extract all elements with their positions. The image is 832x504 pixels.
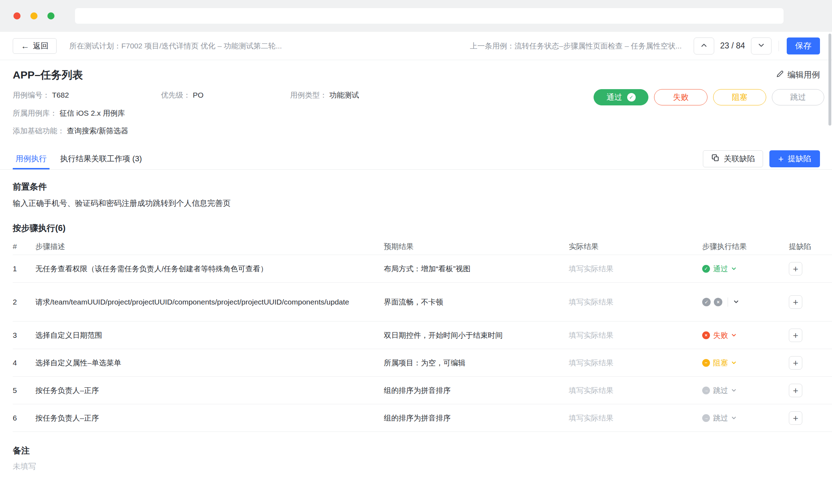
step-actual-result-input[interactable]: 填写实际结果 bbox=[569, 412, 702, 424]
add-defect-button[interactable]: + bbox=[789, 356, 802, 370]
step-description: 选择自定义属性–单选菜单 bbox=[35, 357, 384, 369]
step-description: 无任务查看权限（该任务需任务负责人/任务创建者等特殊角色可查看） bbox=[35, 263, 384, 275]
step-expected-result: 组的排序为拼音排序 bbox=[384, 412, 569, 424]
step-row: 5 按任务负责人–正序 组的排序为拼音排序 填写实际结果 → 跳过 + bbox=[13, 377, 832, 404]
plus-icon: + bbox=[793, 384, 798, 396]
step-result-dropdown[interactable]: − 阻塞 bbox=[702, 357, 789, 369]
chevron-down-icon bbox=[758, 42, 765, 50]
browser-chrome bbox=[0, 0, 832, 32]
result-fail-button[interactable]: 失败 bbox=[654, 89, 707, 105]
step-actual-result-input[interactable]: 填写实际结果 bbox=[569, 263, 702, 275]
step-result-dropdown[interactable]: ✓ 通过 bbox=[702, 263, 789, 275]
step-expected-result: 布局方式：增加“看板”视图 bbox=[384, 263, 569, 275]
app-window: ← 返回 所在测试计划：F7002 项目/迭代详情页 优化 – 功能测试第二轮.… bbox=[0, 0, 832, 504]
address-bar[interactable] bbox=[75, 8, 784, 24]
column-expected: 预期结果 bbox=[384, 242, 569, 251]
case-header: APP–任务列表 编辑用例 用例编号：T682 优先级：PO 用例类型：功能测试… bbox=[0, 60, 832, 148]
window-zoom-button[interactable] bbox=[47, 12, 54, 19]
result-pass-button[interactable]: 通过 ✓ bbox=[594, 89, 648, 105]
case-title: APP–任务列表 bbox=[13, 60, 820, 81]
column-step-desc: 步骤描述 bbox=[35, 242, 384, 251]
step-result-label: 失败 bbox=[713, 329, 728, 341]
window-minimize-button[interactable] bbox=[30, 12, 37, 19]
add-defect-button[interactable]: + bbox=[789, 262, 802, 276]
pass-check-circle-icon[interactable]: ✓ bbox=[702, 298, 711, 306]
result-skip-button[interactable]: 跳过 bbox=[772, 89, 824, 105]
step-expected-result: 所属项目：为空，可编辑 bbox=[384, 357, 569, 369]
steps-table-header: # 步骤描述 预期结果 实际结果 步骤执行结果 提缺陷 bbox=[13, 238, 832, 255]
chevron-down-icon bbox=[731, 263, 736, 275]
step-number: 6 bbox=[13, 412, 35, 424]
result-fail-label: 失败 bbox=[673, 92, 689, 103]
edit-case-button[interactable]: 编辑用例 bbox=[776, 69, 820, 80]
new-defect-label: 提缺陷 bbox=[788, 153, 811, 164]
step-row: 1 无任务查看权限（该任务需任务负责人/任务创建者等特殊角色可查看） 布局方式：… bbox=[13, 255, 832, 283]
new-defect-button[interactable]: + 提缺陷 bbox=[769, 150, 820, 167]
step-number: 1 bbox=[13, 263, 35, 275]
column-add-defect: 提缺陷 bbox=[789, 242, 832, 251]
window-controls bbox=[0, 12, 75, 19]
result-block-button[interactable]: 阻塞 bbox=[713, 89, 766, 105]
step-row: 4 选择自定义属性–单选菜单 所属项目：为空，可编辑 填写实际结果 − 阻塞 + bbox=[13, 349, 832, 377]
chevron-down-icon bbox=[731, 329, 736, 341]
pencil-icon bbox=[776, 70, 784, 80]
steps-title: 按步骤执行(6) bbox=[13, 222, 832, 234]
tab-related-work-items[interactable]: 执行结果关联工作项 (3) bbox=[57, 148, 145, 169]
arrow-right-circle-icon: → bbox=[702, 387, 710, 394]
chevron-down-icon[interactable] bbox=[733, 296, 739, 308]
precondition-body: 输入正确手机号、验证码和密码注册成功跳转到个人信息完善页 bbox=[13, 198, 832, 208]
add-defect-button[interactable]: + bbox=[789, 411, 802, 425]
tab-case-execution[interactable]: 用例执行 bbox=[13, 148, 50, 169]
field-case-id: 用例编号：T682 bbox=[13, 91, 161, 100]
add-defect-button[interactable]: + bbox=[789, 384, 802, 397]
step-description: 选择自定义日期范围 bbox=[35, 329, 384, 341]
back-button-label: 返回 bbox=[33, 41, 48, 51]
step-actual-result-input[interactable]: 填写实际结果 bbox=[569, 296, 702, 308]
field-library: 所属用例库：征信 iOS 2.x 用例库 bbox=[13, 109, 125, 118]
step-description: 按任务负责人–正序 bbox=[35, 384, 384, 396]
save-button[interactable]: 保存 bbox=[787, 37, 820, 54]
step-actual-result-input[interactable]: 填写实际结果 bbox=[569, 384, 702, 396]
precondition-title: 前置条件 bbox=[13, 181, 832, 192]
step-result-dropdown[interactable]: × 失败 bbox=[702, 329, 789, 341]
result-skip-label: 跳过 bbox=[790, 92, 806, 103]
chevron-down-icon bbox=[731, 384, 736, 396]
step-number: 5 bbox=[13, 384, 35, 396]
step-row: 3 选择自定义日期范围 双日期控件，开始时间小于结束时间 填写实际结果 × 失败… bbox=[13, 321, 832, 349]
previous-case-button[interactable] bbox=[694, 37, 714, 54]
add-defect-button[interactable]: + bbox=[789, 295, 802, 309]
plus-icon: + bbox=[793, 329, 798, 341]
plus-icon: + bbox=[778, 154, 784, 163]
step-result-quick-actions: ✓ × bbox=[702, 296, 789, 308]
back-button[interactable]: ← 返回 bbox=[13, 38, 57, 54]
step-result-label: 跳过 bbox=[713, 384, 728, 396]
window-close-button[interactable] bbox=[13, 12, 21, 19]
step-actual-result-input[interactable]: 填写实际结果 bbox=[569, 357, 702, 369]
plus-icon: + bbox=[793, 357, 798, 369]
step-actual-result-input[interactable]: 填写实际结果 bbox=[569, 329, 702, 341]
link-defect-button[interactable]: 关联缺陷 bbox=[703, 150, 763, 167]
step-result-label: 通过 bbox=[713, 263, 728, 275]
step-description: 请求/team/teamUUID/project/projectUUID/com… bbox=[35, 296, 384, 308]
execution-result-buttons: 通过 ✓ 失败 阻塞 跳过 bbox=[594, 89, 824, 105]
step-result-dropdown[interactable]: → 跳过 bbox=[702, 412, 789, 424]
add-defect-button[interactable]: + bbox=[789, 329, 802, 342]
step-result-dropdown[interactable]: → 跳过 bbox=[702, 384, 789, 396]
case-pager-count: 23 / 84 bbox=[714, 41, 751, 51]
link-defect-icon bbox=[711, 153, 720, 164]
chevron-down-icon bbox=[731, 412, 736, 424]
check-circle-icon: ✓ bbox=[627, 93, 636, 102]
step-result-label: 跳过 bbox=[713, 412, 728, 424]
case-toolbar: ← 返回 所在测试计划：F7002 项目/迭代详情页 优化 – 功能测试第二轮.… bbox=[0, 32, 832, 60]
status-divider bbox=[728, 297, 728, 307]
column-index: # bbox=[13, 242, 35, 251]
scrollbar-thumb[interactable] bbox=[828, 34, 831, 126]
minus-circle-icon: − bbox=[702, 359, 710, 367]
next-case-button[interactable] bbox=[751, 37, 772, 54]
chevron-down-icon bbox=[731, 357, 736, 369]
notes-body: 未填写 bbox=[13, 461, 832, 472]
tab-bar: 用例执行 执行结果关联工作项 (3) 关联缺陷 + 提缺陷 bbox=[0, 148, 832, 170]
step-number: 3 bbox=[13, 329, 35, 341]
fail-close-circle-icon[interactable]: × bbox=[714, 298, 722, 306]
step-row: 6 按任务负责人–正序 组的排序为拼音排序 填写实际结果 → 跳过 + bbox=[13, 404, 832, 432]
